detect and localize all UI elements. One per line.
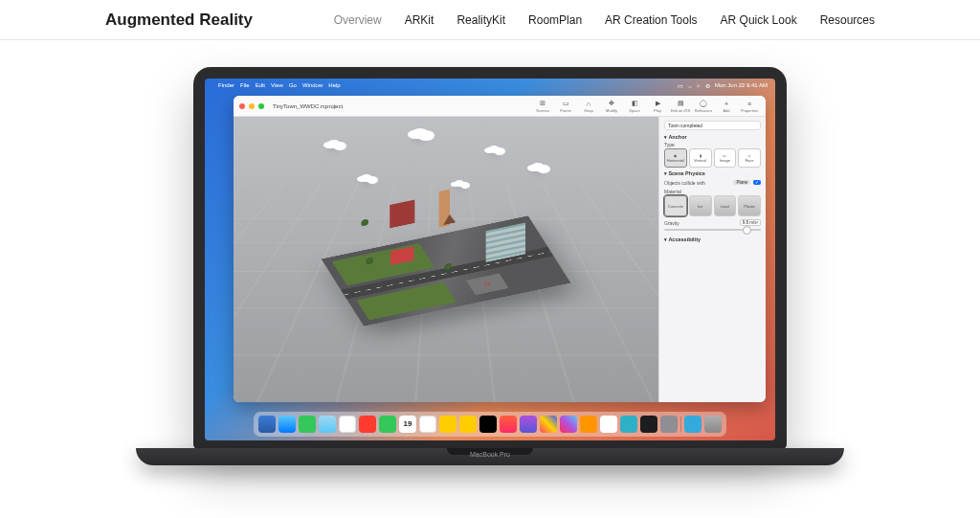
control-center-icon[interactable]: ⚙ xyxy=(705,82,710,89)
anchor-type-row: ◆Horizontal ▮Vertical ▭Image ☺Face xyxy=(664,148,761,168)
device-icon: ▤ xyxy=(676,99,685,108)
3d-viewport[interactable]: H xyxy=(234,117,658,402)
dock-calendar-icon[interactable]: 19 xyxy=(399,416,416,433)
menu-view[interactable]: View xyxy=(271,82,283,88)
menu-go[interactable]: Go xyxy=(289,82,297,88)
material-row: Concrete Ice Lead Plastic xyxy=(664,195,761,216)
tool-scenes[interactable]: ⊞Scenes xyxy=(532,99,553,113)
behaviors-icon: ◯ xyxy=(699,99,708,108)
dock-contacts-icon[interactable] xyxy=(419,416,436,433)
page-title: Augmented Reality xyxy=(105,11,253,30)
reality-composer-window: TinyTown_WWDC.rcproject ⊞Scenes ▭Frame ∩… xyxy=(234,96,766,402)
tool-play[interactable]: ▶Play xyxy=(647,99,668,113)
macos-dock: 19 xyxy=(254,412,726,437)
dock-mail-icon[interactable] xyxy=(319,416,336,433)
tool-frame[interactable]: ▭Frame xyxy=(555,99,576,113)
dock-keynote-icon[interactable] xyxy=(580,416,597,433)
nav-roomplan[interactable]: RoomPlan xyxy=(528,13,582,27)
close-icon[interactable] xyxy=(239,103,245,109)
nav-arkit[interactable]: ARKit xyxy=(405,13,434,27)
wifi-icon: ⌵ xyxy=(688,82,692,89)
gravity-value[interactable]: 9.8 m/s² xyxy=(740,219,761,226)
app-toolbar: ⊞Scenes ▭Frame ∩Snap ✥Modify ◧Space ▶Pla… xyxy=(532,99,760,113)
menu-window[interactable]: Window xyxy=(302,82,323,88)
laptop-screen: Finder File Edit View Go Window Help ▭ ⌵… xyxy=(205,79,775,440)
dock-facetime-icon[interactable] xyxy=(379,416,396,433)
dock-podcasts-icon[interactable] xyxy=(520,416,537,433)
dock-separator xyxy=(680,417,681,432)
nav-resources[interactable]: Resources xyxy=(820,13,875,27)
dock-photos-icon[interactable] xyxy=(359,416,376,433)
dock-pages-icon[interactable] xyxy=(620,416,637,433)
dock-downloads-icon[interactable] xyxy=(684,416,702,433)
snap-icon: ∩ xyxy=(584,99,593,108)
collide-toggle[interactable]: ✓ xyxy=(753,180,761,185)
nav-creation-tools[interactable]: AR Creation Tools xyxy=(605,13,698,27)
nav-links: Overview ARKit RealityKit RoomPlan AR Cr… xyxy=(334,13,875,27)
menu-edit[interactable]: Edit xyxy=(256,82,265,88)
dock-tv-icon[interactable] xyxy=(479,416,497,433)
laptop-label: MacBook Pro xyxy=(470,451,510,458)
dock-maps-icon[interactable] xyxy=(339,416,356,433)
minimize-icon[interactable] xyxy=(249,103,255,109)
tool-add[interactable]: +Add xyxy=(716,99,737,113)
dock-trash-icon[interactable] xyxy=(704,416,722,433)
dock-notes-icon[interactable] xyxy=(459,416,477,433)
hero-stage: Finder File Edit View Go Window Help ▭ ⌵… xyxy=(0,40,980,518)
dock-news-icon[interactable] xyxy=(540,416,557,433)
material-concrete[interactable]: Concrete xyxy=(664,195,687,216)
nav-realitykit[interactable]: RealityKit xyxy=(457,13,505,27)
town-scene: H xyxy=(336,209,556,333)
dock-safari-icon[interactable] xyxy=(278,416,296,433)
cloud-icon xyxy=(531,163,545,171)
tool-properties[interactable]: ≡Properties xyxy=(739,99,760,113)
window-titlebar: TinyTown_WWDC.rcproject ⊞Scenes ▭Frame ∩… xyxy=(234,96,766,117)
tool-behaviors[interactable]: ◯Behaviors xyxy=(693,99,714,113)
tool-space[interactable]: ◧Space xyxy=(624,99,645,113)
gravity-label: Gravity xyxy=(664,220,679,226)
menubar-clock: Mon Jun 22 9:41 AM xyxy=(715,82,768,88)
search-icon[interactable]: ⌕ xyxy=(697,82,701,88)
scenes-icon: ⊞ xyxy=(538,99,547,108)
cloud-icon xyxy=(455,180,464,187)
collide-value[interactable]: Plane xyxy=(733,180,750,185)
dock-messages-icon[interactable] xyxy=(299,416,316,433)
menu-help[interactable]: Help xyxy=(328,82,340,88)
tool-snap[interactable]: ∩Snap xyxy=(578,99,599,113)
material-ice[interactable]: Ice xyxy=(689,195,712,216)
status-field[interactable]: Town completed xyxy=(664,121,761,130)
zoom-icon[interactable] xyxy=(258,103,264,109)
nav-quick-look[interactable]: AR Quick Look xyxy=(721,13,797,27)
cloud-icon xyxy=(361,174,372,182)
laptop-base: MacBook Pro xyxy=(136,448,844,465)
anchor-vertical[interactable]: ▮Vertical xyxy=(689,148,712,168)
tool-modify[interactable]: ✥Modify xyxy=(601,99,622,113)
menu-file[interactable]: File xyxy=(240,82,250,88)
menubar-app[interactable]: Finder xyxy=(218,82,234,88)
accessibility-section[interactable]: Accessibility xyxy=(664,236,761,242)
gravity-slider[interactable] xyxy=(664,229,761,231)
dock-xcode-icon[interactable] xyxy=(640,416,657,433)
anchor-horizontal[interactable]: ◆Horizontal xyxy=(664,148,687,168)
nav-overview[interactable]: Overview xyxy=(334,13,382,27)
material-plastic[interactable]: Plastic xyxy=(738,195,761,216)
macos-menubar: Finder File Edit View Go Window Help ▭ ⌵… xyxy=(205,79,775,92)
anchor-face[interactable]: ☺Face xyxy=(738,148,761,168)
dock-numbers-icon[interactable] xyxy=(600,416,617,433)
space-icon: ◧ xyxy=(630,99,639,108)
properties-icon: ≡ xyxy=(745,99,754,108)
material-lead[interactable]: Lead xyxy=(714,195,737,216)
tool-edit-ios[interactable]: ▤Edit on iOS xyxy=(670,99,691,113)
dock-finder-icon[interactable] xyxy=(258,416,276,433)
anchor-section[interactable]: Anchor xyxy=(664,134,761,140)
helipad: H xyxy=(466,274,508,296)
anchor-type-label: Type xyxy=(664,142,761,147)
dock-reminders-icon[interactable] xyxy=(439,416,457,433)
dock-music-icon[interactable] xyxy=(500,416,517,433)
physics-section[interactable]: Scene Physics xyxy=(664,170,761,176)
anchor-image[interactable]: ▭Image xyxy=(714,148,737,168)
inspector-panel: Town completed Anchor Type ◆Horizontal ▮… xyxy=(658,117,766,402)
dock-preferences-icon[interactable] xyxy=(660,416,678,433)
add-icon: + xyxy=(722,99,731,108)
dock-appstore-icon[interactable] xyxy=(560,416,577,433)
